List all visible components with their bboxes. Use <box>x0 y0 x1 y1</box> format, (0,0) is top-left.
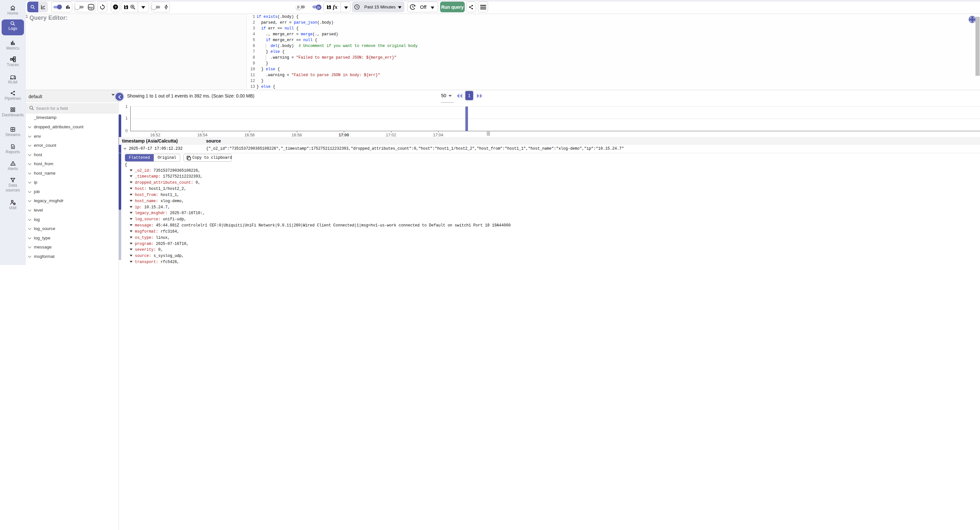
svg-text:?: ? <box>115 5 116 9</box>
svg-text:SQL: SQL <box>89 6 93 9</box>
